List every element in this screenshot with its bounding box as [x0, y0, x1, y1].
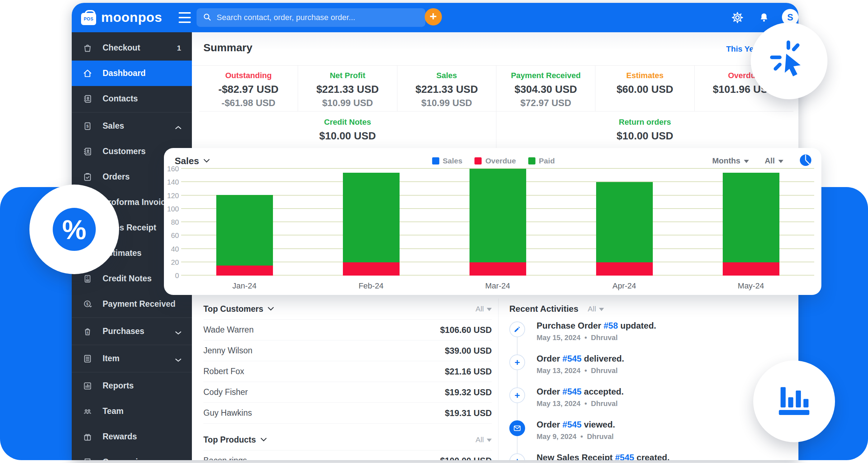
x-axis-label: Jan-24: [181, 281, 308, 291]
analytics-badge-decoration: [753, 361, 835, 442]
recent-activities-header: Recent Activities All: [509, 299, 798, 319]
customer-row[interactable]: Cody Fisher$19.32 USD: [203, 382, 492, 403]
top-products-filter[interactable]: All: [476, 435, 492, 444]
bar-segment-paid: [470, 169, 526, 262]
row-name: Robert Fox: [203, 367, 244, 376]
mail-icon: [509, 420, 525, 436]
team-icon: [82, 406, 93, 416]
sidebar-item-label: Orders: [103, 172, 129, 182]
sidebar-item-sales[interactable]: $Sales: [72, 113, 192, 139]
metric-label: Net Profit: [298, 71, 397, 80]
metric-return-orders: Return orders$10.00 USD: [496, 111, 793, 149]
activity-item: +Order #545 delivered.May 13, 2024 • Dhr…: [509, 354, 798, 375]
sidebar-item-dashboard[interactable]: Dashboard: [72, 61, 192, 86]
add-button[interactable]: +: [425, 8, 442, 25]
sidebar-item-companies[interactable]: Companies: [72, 449, 192, 460]
sidebar-item-checkout[interactable]: Checkout1: [72, 35, 192, 61]
row-amount: $100.00 USD: [440, 456, 492, 460]
row-amount: $21.16 USD: [445, 367, 492, 377]
cursor-click-icon: [768, 39, 811, 83]
row-name: Guy Hawkins: [203, 408, 252, 418]
chevron-down-icon: [175, 355, 182, 362]
legend-item-sales[interactable]: Sales: [432, 157, 462, 165]
activity-title: Purchase Order #58 updated.: [537, 321, 798, 331]
svg-text:$: $: [86, 124, 89, 128]
sidebar-item-label: Reports: [103, 381, 134, 391]
bar-chart-plot: 020406080100120140160: [181, 169, 814, 276]
caret-down-icon: [744, 160, 749, 163]
sidebar-item-item[interactable]: Item: [72, 346, 192, 371]
customer-row[interactable]: Guy Hawkins$19.31 USD: [203, 403, 492, 424]
metric-sales: Sales$221.33 USD$10.99 USD: [397, 65, 496, 111]
chevron-down-icon: [203, 159, 210, 163]
basket-icon: [82, 43, 93, 53]
customer-row[interactable]: Jenny Wilson$39.00 USD: [203, 340, 492, 361]
hamburger-menu-icon[interactable]: [179, 12, 191, 23]
top-customers-title[interactable]: Top Customers: [203, 304, 274, 314]
chevron-down-icon: [175, 328, 182, 335]
activity-link[interactable]: #545: [615, 453, 634, 460]
row-amount: $39.00 USD: [445, 346, 492, 356]
sidebar-item-team[interactable]: Team: [72, 398, 192, 424]
x-axis-label: Feb-24: [308, 281, 434, 291]
bar-group-feb-24: [308, 169, 434, 276]
activity-date: May 13, 2024 • Dhruval: [537, 367, 798, 375]
payment-icon: $: [82, 299, 93, 309]
activity-link[interactable]: #545: [562, 420, 581, 429]
sidebar-item-purchases[interactable]: $Purchases: [72, 319, 192, 344]
activity-date: May 15, 2024 • Dhruval: [537, 334, 798, 342]
sidebar-divider: [72, 372, 192, 372]
sidebar-item-label: Companies: [103, 457, 147, 460]
chart-filter-dropdown[interactable]: All: [765, 156, 783, 166]
chart-period-dropdown[interactable]: Months: [712, 156, 749, 166]
sidebar-item-rewards[interactable]: Rewards: [72, 424, 192, 449]
product-row[interactable]: Bacon rings$100.00 USD: [203, 450, 492, 460]
activity-link[interactable]: #545: [562, 387, 581, 396]
sidebar-item-payment-received[interactable]: $Payment Received: [72, 291, 192, 317]
svg-text:$: $: [87, 330, 89, 334]
sidebar-item-reports[interactable]: Reports: [72, 373, 192, 398]
metric-secondary-value: $72.97 USD: [496, 97, 595, 109]
bar-group-jan-24: [181, 169, 308, 276]
customer-row[interactable]: Robert Fox$21.16 USD: [203, 361, 492, 382]
rewards-icon: [82, 432, 93, 442]
x-axis-label: Mar-24: [434, 281, 561, 291]
y-axis-tick: 100: [165, 205, 179, 213]
sidebar-divider: [72, 345, 192, 345]
top-customers-filter[interactable]: All: [476, 305, 492, 313]
sidebar-item-contacts[interactable]: Contacts: [72, 86, 192, 111]
bar-segment-paid: [596, 182, 653, 262]
sidebar-badge: 1: [177, 44, 181, 52]
recent-activities-panel: Recent Activities All Purchase Order #58…: [499, 299, 798, 460]
legend-item-paid[interactable]: Paid: [528, 157, 555, 165]
notifications-bell-icon[interactable]: [758, 11, 770, 24]
recent-activities-filter[interactable]: All: [588, 305, 604, 313]
bar-chart-icon: [773, 380, 815, 423]
logo-bag-icon: POS: [81, 9, 96, 26]
sidebar-item-label: Rewards: [103, 432, 137, 441]
caret-down-icon: [487, 308, 492, 311]
caret-down-icon: [778, 160, 783, 163]
activity-link[interactable]: #545: [562, 354, 581, 363]
top-products-list: Bacon rings$100.00 USD: [203, 450, 492, 460]
chart-title-dropdown[interactable]: Sales: [175, 156, 210, 167]
activity-link[interactable]: #58: [604, 321, 618, 330]
sidebar-item-label: Checkout: [103, 43, 140, 53]
bar-group-may-24: [688, 169, 814, 276]
row-name: Bacon rings: [203, 456, 247, 460]
y-axis-tick: 0: [165, 272, 179, 280]
search-bar[interactable]: [197, 8, 425, 27]
top-products-title[interactable]: Top Products: [203, 435, 267, 445]
sidebar-divider: [72, 112, 192, 113]
pie-chart-toggle-icon[interactable]: [799, 154, 812, 168]
bar-segment-paid: [723, 173, 779, 262]
y-axis-tick: 80: [165, 218, 179, 226]
metric-value: $10.00 USD: [496, 130, 793, 142]
activity-item: +New Sales Receipt #545 created.: [509, 453, 798, 460]
settings-gear-icon[interactable]: [731, 11, 744, 24]
row-name: Cody Fisher: [203, 387, 248, 397]
search-input[interactable]: [216, 13, 420, 23]
sidebar-item-label: Payment Received: [103, 299, 175, 309]
legend-item-overdue[interactable]: Overdue: [475, 157, 516, 165]
customer-row[interactable]: Wade Warren$106.60 USD: [203, 320, 492, 340]
